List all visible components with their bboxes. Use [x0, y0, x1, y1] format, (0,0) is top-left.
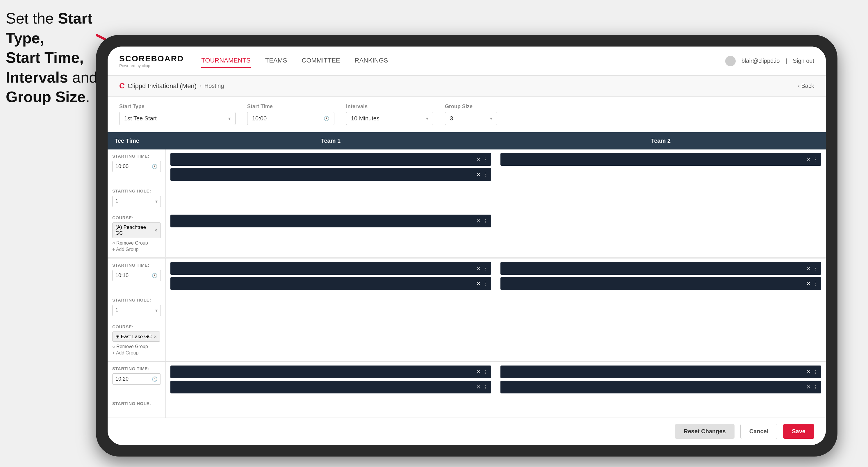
remove-btn-2b2[interactable]: ✕	[806, 280, 811, 287]
nav-tournaments[interactable]: TOURNAMENTS	[201, 54, 251, 68]
remove-course-btn-1[interactable]: ✕	[154, 228, 158, 232]
table-header: Tee Time Team 1 Team 2	[107, 132, 826, 150]
start-time-label: Start Time	[247, 103, 334, 110]
team1-course-cell-2	[166, 320, 496, 361]
group-1-time-row: STARTING TIME: 10:00 🕙 ✕ ⋮ ✕	[107, 150, 826, 184]
sub-header-title: C Clippd Invitational (Men) › Hosting	[119, 82, 224, 90]
player-row-3a-2: ✕ ⋮	[170, 381, 491, 394]
team2-cell-3a: ✕ ⋮ ✕ ⋮	[496, 362, 826, 397]
remove-player-btn-2[interactable]: ✕	[476, 171, 481, 178]
course-tag-2: ⊞ East Lake GC ✕	[112, 332, 160, 342]
back-button[interactable]: ‹ Back	[798, 83, 814, 89]
group-row-3: STARTING TIME: 10:20 🕙 ✕ ⋮ ✕	[107, 361, 826, 417]
remove-btn-2a1[interactable]: ✕	[476, 265, 481, 272]
remove-btn-3a1[interactable]: ✕	[476, 369, 481, 375]
group-3-hole-row: STARTING HOLE:	[107, 397, 826, 417]
sign-out-link[interactable]: Sign out	[793, 58, 814, 64]
starting-hole-input-2[interactable]: 1 ▾	[112, 305, 161, 316]
starting-hole-label-3: STARTING HOLE:	[112, 401, 161, 406]
starting-time-input-1[interactable]: 10:00 🕙	[112, 161, 161, 172]
clipp-logo: C	[119, 82, 125, 90]
hosting-badge: Hosting	[205, 83, 224, 89]
dots-3a2: ⋮	[483, 384, 488, 390]
group-2-course-panel: COURSE: ⊞ East Lake GC ✕ ○ Remove Group …	[107, 320, 166, 361]
intervals-label: Intervals	[346, 103, 433, 110]
chevron-down-icon-3: ▾	[490, 116, 492, 121]
remove-btn-2b1[interactable]: ✕	[806, 265, 811, 272]
dots-c1: ⋮	[483, 218, 488, 224]
remove-btn-3b2[interactable]: ✕	[806, 384, 811, 390]
team1-cell-3a: ✕ ⋮ ✕ ⋮	[166, 362, 496, 397]
group-2-hole-panel: STARTING HOLE: 1 ▾	[107, 293, 166, 320]
chevron-down-icon-2: ▾	[426, 116, 428, 121]
nav-links: TOURNAMENTS TEAMS COMMITTEE RANKINGS	[201, 54, 725, 68]
separator: |	[785, 58, 787, 64]
starting-time-label-2: STARTING TIME:	[112, 262, 161, 268]
nav-rankings[interactable]: RANKINGS	[355, 54, 388, 68]
save-button[interactable]: Save	[783, 424, 814, 439]
nav-bar: SCOREBOARD Powered by clipp TOURNAMENTS …	[107, 46, 826, 75]
remove-btn-3b1[interactable]: ✕	[806, 369, 811, 375]
group-2-hole-row: STARTING HOLE: 1 ▾	[107, 293, 826, 320]
player-row-2a-1: ✕ ⋮	[170, 262, 491, 275]
player-row-1-1: ✕ ⋮	[170, 153, 491, 166]
team2-hole-cell-1	[496, 184, 826, 211]
group-size-group: Group Size 3 ▾	[445, 103, 497, 125]
user-email: blair@clippd.io	[742, 58, 780, 64]
team1-course-cell-1: ✕ ⋮	[166, 211, 496, 257]
dots-3b1: ⋮	[813, 369, 818, 375]
nav-committee[interactable]: COMMITTEE	[302, 54, 340, 68]
tournament-name: Clippd Invitational (Men)	[128, 82, 196, 90]
team2-cell-2a: ✕ ⋮ ✕ ⋮	[496, 258, 826, 293]
start-time-select[interactable]: 10:00 🕙	[247, 112, 334, 125]
start-type-select[interactable]: 1st Tee Start ▾	[119, 112, 236, 125]
group-size-select[interactable]: 3 ▾	[445, 112, 497, 125]
dots-2b2: ⋮	[813, 281, 818, 286]
team2-cell-1a: ✕ ⋮	[496, 150, 826, 184]
group-3-hole-panel: STARTING HOLE:	[107, 397, 166, 417]
start-time-group: Start Time 10:00 🕙	[247, 103, 334, 125]
bold-start-time: Start Time,	[6, 49, 84, 66]
logo-area: SCOREBOARD Powered by clipp	[119, 54, 184, 68]
course-label-2: COURSE:	[112, 324, 161, 329]
remove-btn-c1[interactable]: ✕	[476, 218, 481, 224]
team1-cell-2a: ✕ ⋮ ✕ ⋮	[166, 258, 496, 293]
hole-chevron-1: ▾	[155, 198, 158, 204]
group-row-1: STARTING TIME: 10:00 🕙 ✕ ⋮ ✕	[107, 150, 826, 258]
dots-2a1: ⋮	[483, 266, 488, 271]
team1-hole-cell-1	[166, 184, 496, 211]
group-size-value: 3	[450, 115, 453, 122]
clock-icon-2: 🕙	[152, 273, 158, 278]
group-1-hole-row: STARTING HOLE: 1 ▾	[107, 184, 826, 211]
player-row-3b-1: ✕ ⋮	[500, 366, 821, 378]
starting-hole-input-1[interactable]: 1 ▾	[112, 196, 161, 207]
nav-teams[interactable]: TEAMS	[265, 54, 287, 68]
player-row-3b-2: ✕ ⋮	[500, 381, 821, 394]
remove-group-link-1[interactable]: ○ Remove Group	[112, 241, 161, 246]
logo-sub: Powered by clipp	[119, 63, 184, 68]
remove-group-link-2[interactable]: ○ Remove Group	[112, 344, 161, 349]
user-avatar	[725, 56, 736, 66]
remove-course-btn-2[interactable]: ✕	[154, 334, 157, 339]
team1-hole-cell-3	[166, 397, 496, 417]
starting-time-input-2[interactable]: 10:10 🕙	[112, 270, 161, 281]
group-2-actions: ○ Remove Group + Add Group	[112, 344, 161, 355]
cancel-button[interactable]: Cancel	[740, 424, 778, 439]
dots-3a1: ⋮	[483, 369, 488, 375]
remove-btn-3a2[interactable]: ✕	[476, 384, 481, 390]
start-type-label: Start Type	[119, 103, 236, 110]
starting-time-input-3[interactable]: 10:20 🕙	[112, 373, 161, 385]
remove-btn-2a2[interactable]: ✕	[476, 280, 481, 287]
group-2-time-row: STARTING TIME: 10:10 🕙 ✕ ⋮ ✕	[107, 258, 826, 293]
add-group-link-1[interactable]: + Add Group	[112, 247, 161, 252]
bold-group-size: Group Size	[6, 88, 86, 105]
reset-changes-button[interactable]: Reset Changes	[675, 424, 735, 439]
intervals-select[interactable]: 10 Minutes ▾	[346, 112, 433, 125]
add-group-link-2[interactable]: + Add Group	[112, 350, 161, 355]
team2-course-cell-1	[496, 211, 826, 257]
group-3-time-row: STARTING TIME: 10:20 🕙 ✕ ⋮ ✕	[107, 362, 826, 397]
course-label-1: COURSE:	[112, 215, 161, 220]
remove-player-btn-3[interactable]: ✕	[806, 156, 811, 162]
player-row-2a-2: ✕ ⋮	[170, 277, 491, 290]
remove-player-btn[interactable]: ✕	[476, 156, 481, 162]
